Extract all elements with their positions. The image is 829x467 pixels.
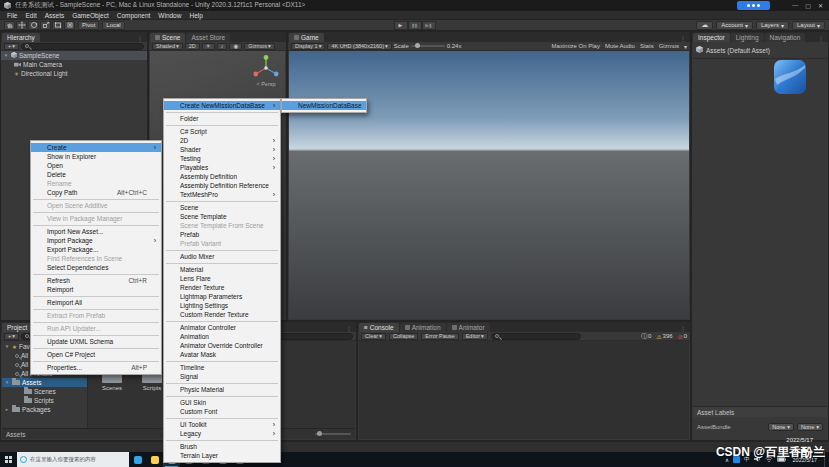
resolution-dropdown[interactable]: 4K UHD (3840x2160)▾: [327, 43, 391, 50]
context-menu-item[interactable]: Extract From Prefab: [31, 311, 161, 320]
clear-button[interactable]: Clear▾: [361, 333, 386, 340]
context-menu-item[interactable]: Refresh Ctrl+R: [31, 276, 161, 285]
create-submenu-item[interactable]: Render Texture: [164, 283, 280, 292]
minimize-button[interactable]: —: [792, 2, 798, 9]
create-submenu-item[interactable]: Animator Override Controller: [164, 341, 280, 350]
tab-animator[interactable]: Animator: [447, 323, 490, 332]
menubar-item[interactable]: File: [3, 12, 21, 19]
start-button[interactable]: [0, 452, 17, 467]
error-pause-toggle[interactable]: Error Pause: [421, 333, 458, 340]
file-explorer-icon[interactable]: [146, 452, 163, 467]
scale-slider[interactable]: [411, 45, 445, 47]
tab-asset-store[interactable]: Asset Store: [186, 33, 230, 42]
context-menu-item[interactable]: Create ›: [31, 143, 161, 152]
tab-navigation[interactable]: Navigation: [765, 33, 806, 42]
context-menu-item[interactable]: View in Package Manager: [31, 214, 161, 223]
collapse-toggle[interactable]: Collapse: [389, 333, 418, 340]
create-submenu-item[interactable]: Folder: [164, 114, 280, 123]
tree-item-packages[interactable]: ▸ Packages: [2, 405, 87, 414]
context-menu-item[interactable]: Find References In Scene: [31, 254, 161, 263]
context-menu-item[interactable]: Import New Asset...: [31, 227, 161, 236]
create-submenu-item[interactable]: Animation: [164, 332, 280, 341]
cloud-services-button[interactable]: ☁: [696, 21, 713, 30]
create-submenu-item[interactable]: Playables ›: [164, 163, 280, 172]
transform-tool-button[interactable]: [64, 21, 75, 30]
warning-count-toggle[interactable]: ⚠396: [656, 333, 672, 340]
create-submenu-item[interactable]: Timeline: [164, 363, 280, 372]
create-submenu-item[interactable]: Brush: [164, 442, 280, 451]
2d-toggle[interactable]: 2D: [185, 43, 200, 50]
game-viewport[interactable]: [289, 51, 689, 319]
thumbnail-zoom-slider[interactable]: [315, 433, 351, 435]
layers-dropdown[interactable]: Layers▾: [756, 21, 789, 30]
panel-menu-icon[interactable]: ⋮: [134, 35, 146, 42]
mute-audio-toggle[interactable]: Mute Audio: [605, 43, 635, 49]
maximize-on-play-toggle[interactable]: Maximize On Play: [552, 43, 600, 49]
create-submenu-item[interactable]: Avatar Mask: [164, 350, 280, 359]
context-menu-item[interactable]: Open: [31, 161, 161, 170]
tab-animation[interactable]: Animation: [400, 323, 446, 332]
context-menu-item[interactable]: Update UXML Schema: [31, 337, 161, 346]
create-submenu-item[interactable]: TextMeshPro ›: [164, 190, 280, 199]
local-global-toggle[interactable]: Local: [102, 21, 124, 30]
tab-lighting[interactable]: Lighting: [731, 33, 764, 42]
create-submenu-item[interactable]: Scene Template: [164, 212, 280, 221]
tab-hierarchy[interactable]: Hierarchy: [2, 33, 40, 42]
scene-orientation-gizmo[interactable]: < Persp: [251, 54, 281, 87]
menubar-item[interactable]: Edit: [21, 12, 40, 19]
context-menu-item[interactable]: Show in Explorer: [31, 152, 161, 161]
create-submenu-item[interactable]: UI Toolkit ›: [164, 420, 280, 429]
hierarchy-create-button[interactable]: +▾: [4, 43, 19, 50]
context-menu-item[interactable]: Run API Updater...: [31, 324, 161, 333]
scene-audio-toggle[interactable]: ♪: [217, 43, 228, 50]
create-submenu-item[interactable]: 2D ›: [164, 136, 280, 145]
tree-item-scripts[interactable]: Scripts: [2, 396, 87, 405]
context-menu-item[interactable]: Reimport All: [31, 298, 161, 307]
create-submenu-item[interactable]: Create NewMissionDataBase ›: [164, 101, 280, 110]
rect-tool-button[interactable]: [52, 21, 63, 30]
create-submenu-item[interactable]: Lighting Settings: [164, 301, 280, 310]
panel-menu-icon[interactable]: ⋮: [343, 325, 355, 332]
create-submenu-item[interactable]: Lightmap Parameters: [164, 292, 280, 301]
context-menu-item[interactable]: Open C# Project: [31, 350, 161, 359]
scene-lighting-toggle[interactable]: ☀: [202, 43, 215, 50]
create-submenu-item[interactable]: Material: [164, 265, 280, 274]
stats-toggle[interactable]: Stats: [640, 43, 654, 49]
scene-gizmos-dropdown[interactable]: Gizmos▾: [244, 43, 274, 50]
taskbar-search-input[interactable]: 在这里输入你要搜索的内容: [17, 452, 129, 467]
create-submenu-item[interactable]: Animator Controller: [164, 323, 280, 332]
layout-dropdown[interactable]: Layout▾: [792, 21, 825, 30]
create-submenu-item[interactable]: Signal: [164, 372, 280, 381]
menubar-item[interactable]: Window: [154, 12, 185, 19]
create-submenu-item[interactable]: Shader ›: [164, 145, 280, 154]
pause-button[interactable]: ▮▮: [408, 21, 422, 30]
context-menu-item[interactable]: Select Dependencies: [31, 263, 161, 272]
project-create-button[interactable]: +▾: [4, 333, 19, 340]
console-log-area[interactable]: [359, 341, 689, 439]
play-button[interactable]: ▶: [394, 21, 408, 30]
create-submenu-item[interactable]: Custom Font: [164, 407, 280, 416]
info-count-toggle[interactable]: ⓘ0: [641, 332, 651, 341]
context-menu-item[interactable]: Open Scene Additive: [31, 201, 161, 210]
create-submenu-item[interactable]: Terrain Layer: [164, 451, 280, 460]
context-menu-item[interactable]: Delete: [31, 170, 161, 179]
console-search-input[interactable]: [491, 333, 581, 340]
hierarchy-item-directional-light[interactable]: ☀ Directional Light: [1, 69, 147, 78]
menubar-item[interactable]: Help: [185, 12, 206, 19]
context-menu-item[interactable]: Copy Path Alt+Ctrl+C: [31, 188, 161, 197]
asset-labels-section[interactable]: Asset Labels: [693, 406, 827, 417]
hierarchy-item-scene[interactable]: ▼ SampleScene: [1, 51, 147, 60]
tree-item-scenes[interactable]: Scenes: [2, 387, 87, 396]
context-menu-item[interactable]: Rename: [31, 179, 161, 188]
hierarchy-item-main-camera[interactable]: Main Camera: [1, 60, 147, 69]
context-menu-item[interactable]: Reimport: [31, 285, 161, 294]
tab-project[interactable]: Project: [2, 323, 32, 332]
edge-icon[interactable]: [129, 452, 146, 467]
account-dropdown[interactable]: Account▾: [716, 21, 753, 30]
create-submenu-item[interactable]: Legacy ›: [164, 429, 280, 438]
assetbundle-variant-dropdown[interactable]: None▾: [797, 423, 823, 431]
create-submenu-item[interactable]: Audio Mixer: [164, 252, 280, 261]
create-submenu-item[interactable]: GUI Skin: [164, 398, 280, 407]
hierarchy-search-input[interactable]: [21, 43, 144, 50]
hand-tool-button[interactable]: [4, 21, 15, 30]
